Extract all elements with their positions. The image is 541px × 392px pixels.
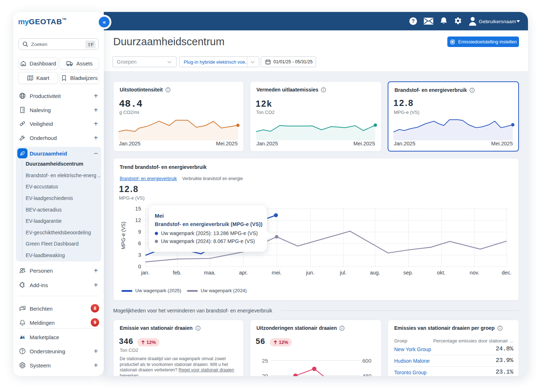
svg-text:?: ? [412,18,415,24]
